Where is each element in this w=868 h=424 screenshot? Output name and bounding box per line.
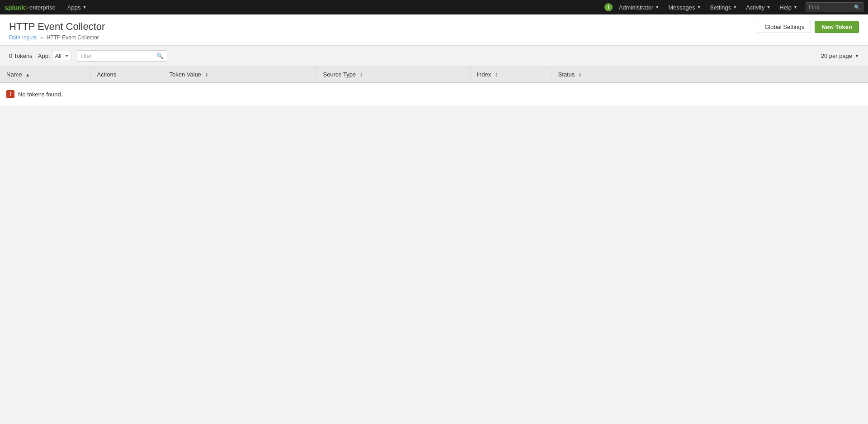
tokens-table: Name ▲ Actions Token Value ⇕ Source Type… xyxy=(0,67,868,105)
per-page-label: 20 per page xyxy=(821,52,852,59)
apps-menu[interactable]: Apps ▼ xyxy=(63,0,91,14)
app-filter-label: App: xyxy=(38,52,50,59)
breadcrumb-separator: » xyxy=(40,34,43,41)
topnav-right: i Administrator ▼ Messages ▼ Settings ▼ … xyxy=(604,0,863,14)
logo-arrow: > xyxy=(25,4,29,11)
token-count: 0 Tokens xyxy=(9,52,33,59)
table-body: ! No tokens found. xyxy=(0,83,868,106)
table-header-row: Name ▲ Actions Token Value ⇕ Source Type… xyxy=(0,67,868,83)
breadcrumb: Data Inputs » HTTP Event Collector xyxy=(9,34,105,41)
app-filter-select[interactable]: All xyxy=(52,51,71,61)
administrator-menu[interactable]: Administrator ▼ xyxy=(614,0,664,14)
logo[interactable]: splunk>enterprise xyxy=(5,4,56,11)
top-navigation: splunk>enterprise Apps ▼ i Administrator… xyxy=(0,0,868,14)
no-tokens-cell: ! No tokens found. xyxy=(0,83,868,106)
col-header-token-value[interactable]: Token Value ⇕ xyxy=(163,67,316,83)
logo-splunk: splunk xyxy=(5,4,25,11)
info-icon: i xyxy=(604,3,613,11)
activity-caret-icon: ▼ xyxy=(766,5,770,10)
source-type-sort-icon: ⇕ xyxy=(359,72,363,77)
per-page-caret-icon: ▼ xyxy=(855,54,859,58)
administrator-caret-icon: ▼ xyxy=(655,5,659,10)
find-box[interactable]: 🔍 xyxy=(806,2,863,12)
header-actions: Global Settings New Token xyxy=(758,21,859,33)
index-sort-icon: ⇕ xyxy=(495,72,498,77)
col-header-actions[interactable]: Actions xyxy=(90,67,163,83)
breadcrumb-link[interactable]: Data Inputs xyxy=(9,34,37,41)
name-sort-icon: ▲ xyxy=(25,72,30,77)
col-header-index[interactable]: Index ⇕ xyxy=(470,67,552,83)
no-tokens-text: No tokens found. xyxy=(18,91,62,98)
table-container: Name ▲ Actions Token Value ⇕ Source Type… xyxy=(0,67,868,105)
filter-input[interactable] xyxy=(77,50,167,62)
error-icon: ! xyxy=(6,90,14,98)
help-caret-icon: ▼ xyxy=(793,5,797,10)
find-search-icon: 🔍 xyxy=(854,5,860,10)
page-header: HTTP Event Collector Data Inputs » HTTP … xyxy=(0,14,868,46)
settings-menu[interactable]: Settings ▼ xyxy=(705,0,741,14)
activity-menu[interactable]: Activity ▼ xyxy=(741,0,775,14)
logo-enterprise: enterprise xyxy=(29,4,56,11)
apps-caret-icon: ▼ xyxy=(82,5,86,10)
page-title-area: HTTP Event Collector Data Inputs » HTTP … xyxy=(9,21,105,41)
settings-caret-icon: ▼ xyxy=(733,5,737,10)
messages-menu[interactable]: Messages ▼ xyxy=(664,0,705,14)
toolbar: 0 Tokens App: All 🔍 20 per page ▼ xyxy=(0,46,868,67)
token-value-sort-icon: ⇕ xyxy=(205,72,208,77)
find-input[interactable] xyxy=(809,4,854,10)
col-header-status[interactable]: Status ⇕ xyxy=(552,67,868,83)
help-menu[interactable]: Help ▼ xyxy=(775,0,802,14)
global-settings-button[interactable]: Global Settings xyxy=(758,21,811,33)
new-token-button[interactable]: New Token xyxy=(815,21,859,33)
no-tokens-row: ! No tokens found. xyxy=(0,83,868,106)
page-title: HTTP Event Collector xyxy=(9,21,105,33)
no-tokens-message: ! No tokens found. xyxy=(6,90,862,98)
app-filter: App: All xyxy=(38,51,71,61)
filter-search-icon: 🔍 xyxy=(156,52,164,59)
status-sort-icon: ⇕ xyxy=(578,72,582,77)
messages-caret-icon: ▼ xyxy=(697,5,701,10)
breadcrumb-current: HTTP Event Collector xyxy=(47,34,99,41)
table-header: Name ▲ Actions Token Value ⇕ Source Type… xyxy=(0,67,868,83)
per-page-wrap: 20 per page ▼ xyxy=(821,52,859,59)
filter-input-wrap: 🔍 xyxy=(77,50,167,62)
col-header-name[interactable]: Name ▲ xyxy=(0,67,90,83)
col-header-source-type[interactable]: Source Type ⇕ xyxy=(316,67,470,83)
